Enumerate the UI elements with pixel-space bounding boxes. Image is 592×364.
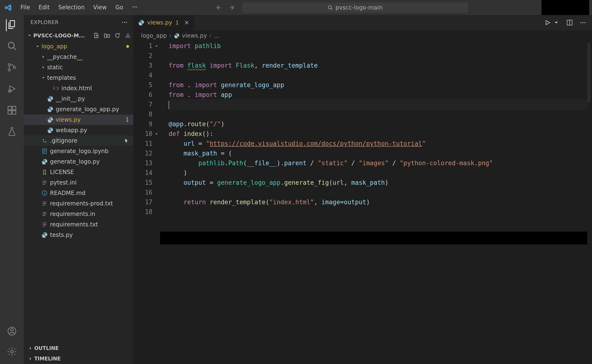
menu-go[interactable]: Go bbox=[111, 2, 127, 13]
tree-item-label: .gitignore bbox=[50, 137, 77, 144]
activity-accounts[interactable] bbox=[7, 326, 17, 338]
code-line-current bbox=[169, 100, 587, 110]
activity-extensions[interactable] bbox=[7, 105, 17, 117]
python-icon bbox=[41, 159, 48, 165]
tree-file[interactable]: generate_logo.ipynb bbox=[24, 146, 133, 156]
chevron-right-icon bbox=[41, 65, 46, 70]
editor-more-icon[interactable] bbox=[580, 19, 586, 26]
tree-folder[interactable]: static bbox=[24, 62, 133, 73]
tree-file[interactable]: requirements.in bbox=[24, 209, 133, 219]
new-file-icon[interactable] bbox=[93, 32, 99, 39]
menu-more[interactable] bbox=[128, 2, 142, 13]
redaction-overlay bbox=[160, 232, 587, 245]
tree-file[interactable]: generate_logo_app.py bbox=[24, 104, 133, 115]
tree-item-label: requirements.in bbox=[50, 211, 95, 217]
split-editor-icon[interactable] bbox=[566, 19, 573, 26]
chevron-down-icon bbox=[41, 75, 46, 80]
editor-tabs: views.py 1 bbox=[133, 15, 592, 30]
activity-source-control[interactable] bbox=[7, 62, 17, 74]
sidebar-more-icon[interactable] bbox=[121, 19, 128, 26]
tree-item-label: static bbox=[47, 64, 63, 71]
git-icon bbox=[41, 138, 48, 144]
close-icon[interactable] bbox=[184, 20, 189, 25]
code-line bbox=[169, 110, 587, 119]
collapse-all-icon[interactable] bbox=[125, 32, 131, 39]
license-icon bbox=[41, 169, 48, 175]
txt-icon bbox=[41, 201, 48, 207]
tree-folder[interactable]: logo_app bbox=[24, 41, 133, 52]
code-line: url = "https://code.visualstudio.com/doc… bbox=[169, 139, 587, 149]
python-icon bbox=[47, 96, 53, 102]
python-icon bbox=[41, 232, 48, 238]
fold-chevron-icon[interactable] bbox=[154, 44, 159, 48]
code-line: ) bbox=[169, 168, 587, 178]
menu-edit[interactable]: Edit bbox=[34, 2, 54, 13]
breadcrumb-item[interactable]: logo_app bbox=[141, 32, 167, 39]
tree-item-label: pytest.ini bbox=[50, 179, 77, 186]
code-line: import pathlib bbox=[169, 41, 587, 51]
python-icon bbox=[174, 33, 180, 39]
file-tree: logo_app__pycache__statictemplatesindex.… bbox=[24, 41, 133, 343]
tree-item-label: requirements-prod.txt bbox=[50, 200, 113, 207]
python-icon bbox=[138, 20, 144, 26]
vscode-logo-icon bbox=[4, 4, 12, 11]
html-icon bbox=[53, 85, 59, 91]
breadcrumb-item[interactable]: ... bbox=[214, 32, 220, 39]
menu-file[interactable]: File bbox=[16, 2, 34, 13]
tree-folder[interactable]: __pycache__ bbox=[24, 52, 133, 62]
activity-explorer[interactable] bbox=[6, 19, 17, 31]
tree-file[interactable]: generate_logo.py bbox=[24, 156, 133, 167]
minimap[interactable] bbox=[587, 43, 591, 102]
text-cursor bbox=[169, 101, 169, 109]
tree-file[interactable]: requirements.txt bbox=[24, 219, 133, 230]
sidebar-explorer: EXPLORER PVSCC-LOGO-M... logo_app__pycac… bbox=[24, 15, 133, 364]
tree-item-label: webapp.py bbox=[56, 127, 87, 134]
tree-file[interactable]: pytest.ini bbox=[24, 177, 133, 188]
outline-section[interactable]: OUTLINE bbox=[24, 343, 133, 353]
tree-item-label: __pycache__ bbox=[47, 53, 83, 60]
tree-folder[interactable]: templates bbox=[24, 73, 133, 83]
nav-back-icon[interactable] bbox=[215, 4, 222, 11]
timeline-section[interactable]: TIMELINE bbox=[24, 353, 133, 364]
menu-view[interactable]: View bbox=[89, 2, 111, 13]
code-line bbox=[169, 51, 587, 61]
new-folder-icon[interactable] bbox=[104, 32, 110, 39]
run-file-button[interactable] bbox=[544, 19, 559, 26]
nav-forward-icon[interactable] bbox=[229, 4, 235, 11]
code-editor[interactable]: 123456789101112131415161718 import pathl… bbox=[133, 41, 592, 364]
tree-file[interactable]: __init__.py bbox=[24, 94, 133, 104]
tree-file[interactable]: README.md bbox=[24, 188, 133, 198]
code-line: from . import app bbox=[169, 90, 587, 100]
python-icon bbox=[47, 106, 53, 112]
menu-selection[interactable]: Selection bbox=[54, 2, 89, 13]
txt-icon bbox=[41, 211, 48, 217]
code-line bbox=[169, 188, 587, 197]
tree-file[interactable]: tests.py bbox=[24, 230, 133, 240]
activity-run-debug[interactable] bbox=[7, 84, 17, 96]
tab-views-py[interactable]: views.py 1 bbox=[133, 15, 194, 30]
code-line: def index(): bbox=[169, 129, 587, 139]
breadcrumb-item[interactable]: views.py bbox=[182, 32, 207, 39]
tree-file[interactable]: LICENSE bbox=[24, 167, 133, 177]
refresh-icon[interactable] bbox=[114, 32, 121, 39]
modified-dot-icon bbox=[126, 45, 129, 48]
tree-file[interactable]: views.py1 bbox=[24, 115, 133, 125]
activity-search[interactable] bbox=[7, 41, 17, 53]
folder-header[interactable]: PVSCC-LOGO-M... bbox=[24, 30, 133, 41]
tree-file[interactable]: webapp.py bbox=[24, 125, 133, 136]
editor: views.py 1 logo_app › views.py › ... 12 bbox=[133, 15, 592, 364]
tree-file[interactable]: index.html bbox=[24, 83, 133, 94]
fold-chevron-icon[interactable] bbox=[154, 132, 159, 136]
code-line: from . import generate_logo_app bbox=[169, 80, 587, 90]
code-line: mask_path = ( bbox=[169, 149, 587, 158]
python-icon bbox=[47, 117, 53, 123]
code-line: pathlib.Path(__file__).parent / "static"… bbox=[169, 158, 587, 168]
menubar: File Edit Selection View Go bbox=[16, 2, 142, 13]
tree-file[interactable]: .gitignore bbox=[24, 136, 133, 146]
command-center-search[interactable]: pvscc-logo-main bbox=[242, 2, 468, 13]
tree-file[interactable]: requirements-prod.txt bbox=[24, 198, 133, 209]
code-line bbox=[169, 207, 587, 217]
activity-settings[interactable] bbox=[7, 346, 17, 358]
activity-testing[interactable] bbox=[7, 126, 17, 138]
breadcrumbs[interactable]: logo_app › views.py › ... bbox=[133, 30, 592, 41]
